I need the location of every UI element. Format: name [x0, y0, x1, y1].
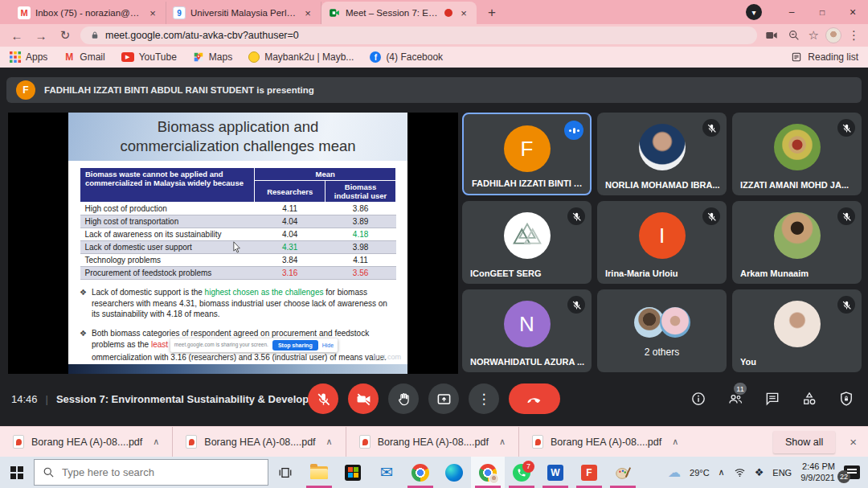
end-call-button[interactable] [509, 383, 560, 414]
windows-taskbar: ✉ 7 W F ☁ 29°C ∧ ❖ ENG 2:46 PM9/9/2021 2… [0, 457, 868, 488]
row-value: 4.04 [255, 228, 326, 241]
zoom-icon[interactable] [786, 27, 802, 43]
task-view-button[interactable] [268, 457, 302, 488]
stop-sharing-button[interactable]: Stop sharing [272, 340, 318, 351]
taskbar-chrome[interactable] [403, 457, 437, 488]
minimize-button[interactable]: – [776, 0, 807, 24]
tab-calendar[interactable]: 9 Universiti Malaysia Perlis – Calen × [166, 2, 321, 24]
tray-expand-icon[interactable]: ∧ [719, 467, 725, 478]
time-label: 2:46 PM [802, 461, 835, 471]
row-value: 4.18 [326, 228, 396, 241]
group-avatars [634, 307, 690, 338]
activities-button[interactable] [800, 390, 818, 408]
participant-tile-irina[interactable]: I Irina-Maria Urloiu [597, 201, 727, 284]
bookmark-star-icon[interactable]: ☆ [809, 28, 819, 43]
wifi-icon[interactable] [734, 466, 746, 478]
pdf-reader-icon: F [581, 465, 597, 481]
profile-avatar[interactable] [825, 27, 841, 43]
host-controls-button[interactable] [837, 390, 855, 408]
chevron-up-icon[interactable]: ∧ [499, 437, 506, 447]
system-tray: ☁ 29°C ∧ ❖ ENG 2:46 PM9/9/2021 22 [668, 461, 868, 484]
close-downloads-bar-icon[interactable]: × [850, 435, 857, 449]
show-all-downloads-button[interactable]: Show all [773, 431, 835, 453]
bookmark-facebook[interactable]: f(4) Facebook [370, 51, 443, 63]
taskbar-paint[interactable] [606, 457, 640, 488]
taskbar-microsoft-store[interactable] [336, 457, 370, 488]
table-row: Procurement of feedstock problems3.163.5… [80, 267, 396, 280]
raise-hand-button[interactable] [388, 383, 419, 414]
tab-close-icon[interactable]: × [457, 7, 470, 19]
lock-icon [90, 31, 100, 40]
taskbar-mail[interactable]: ✉ [370, 457, 403, 488]
tab-close-icon[interactable]: × [301, 7, 314, 19]
new-tab-button[interactable]: + [481, 2, 502, 23]
notification-badge: 22 [837, 470, 850, 483]
maximize-button[interactable]: □ [807, 0, 837, 24]
participant-tile-arkam[interactable]: Arkam Munaaim [732, 201, 862, 284]
participant-tile-fadhilah[interactable]: F FADHILAH IZZATI BINTI A... [462, 113, 592, 195]
participants-button[interactable]: 11 [727, 390, 744, 408]
mic-muted-button[interactable] [308, 383, 338, 414]
url-text[interactable]: meet.google.com/atu-avka-cbv?authuser=0 [105, 30, 299, 41]
mouse-cursor [233, 241, 241, 253]
reload-button[interactable]: ↻ [56, 28, 74, 43]
chevron-up-icon[interactable]: ∧ [326, 437, 333, 447]
row-value: 3.16 [255, 267, 326, 280]
clock[interactable]: 2:46 PM9/9/2021 [800, 461, 835, 484]
downloads-bar: Borang HEA (A)-08....pdf∧ Borang HEA (A)… [0, 426, 868, 457]
chat-button[interactable] [764, 390, 781, 408]
participant-tile-icongeet[interactable]: IConGEET SERG [462, 201, 592, 284]
bookmarks-bar: Apps MGmail ▶YouTube Maps Maybank2u | Ma… [0, 47, 868, 68]
table-header-row: Biomass waste cannot be applied and comm… [80, 168, 396, 181]
taskbar-search[interactable] [34, 459, 268, 486]
hide-share-banner-button[interactable]: Hide [322, 342, 334, 349]
tab-close-icon[interactable]: × [146, 7, 159, 19]
action-center-icon[interactable]: 22 [844, 465, 860, 479]
mail-icon: ✉ [380, 463, 393, 482]
weather-icon[interactable]: ☁ [668, 465, 681, 480]
back-button[interactable]: ← [8, 29, 26, 43]
tab-meet-active[interactable]: Meet – Session 7: Environme × [321, 2, 477, 24]
language-indicator[interactable]: ENG [772, 468, 792, 478]
bookmark-maybank[interactable]: Maybank2u | Mayb... [248, 51, 354, 63]
download-item[interactable]: Borang HEA (A)-08....pdf∧ [346, 427, 519, 457]
close-window-button[interactable]: × [837, 0, 868, 24]
forward-button[interactable]: → [32, 29, 50, 43]
chevron-up-icon[interactable]: ∧ [153, 437, 159, 447]
participant-tile-you[interactable]: You [732, 289, 862, 372]
bookmark-gmail[interactable]: MGmail [63, 51, 104, 63]
start-button[interactable] [0, 457, 34, 488]
taskbar-edge[interactable] [437, 457, 471, 488]
participant-tile-2-others[interactable]: 2 others [597, 289, 727, 372]
participant-tile-izzati[interactable]: IZZATI AMANI MOHD JA... [732, 113, 862, 195]
browser-menu-icon[interactable]: ⋮ [848, 28, 860, 43]
tab-gmail-inbox[interactable]: M Inbox (75) - norazian@unimap.e × [11, 2, 166, 24]
bookmark-apps[interactable]: Apps [10, 51, 47, 63]
taskbar-whatsapp[interactable]: 7 [505, 457, 538, 488]
chevron-up-icon[interactable]: ∧ [672, 437, 678, 447]
present-screen-button[interactable] [428, 383, 459, 414]
participant-tile-norlia[interactable]: NORLIA MOHAMAD IBRA... [597, 113, 727, 195]
meeting-details-button[interactable] [690, 390, 707, 408]
taskbar-pdf-reader[interactable]: F [572, 457, 606, 488]
download-item[interactable]: Borang HEA (A)-08....pdf∧ [173, 427, 346, 457]
reading-list-button[interactable]: Reading list [791, 51, 858, 63]
address-bar[interactable]: meet.google.com/atu-avka-cbv?authuser=0 [80, 27, 757, 44]
download-item[interactable]: Borang HEA (A)-08....pdf∧ [0, 427, 173, 457]
tab-title: Inbox (75) - norazian@unimap.e [35, 8, 141, 18]
camera-in-use-icon[interactable] [764, 27, 780, 43]
bookmark-maps[interactable]: Maps [193, 51, 232, 63]
taskbar-file-explorer[interactable] [302, 457, 336, 488]
taskbar-word[interactable]: W [538, 457, 572, 488]
bookmark-youtube[interactable]: ▶YouTube [121, 51, 177, 63]
download-item[interactable]: Borang HEA (A)-08....pdf∧ [519, 427, 691, 457]
search-input[interactable] [62, 466, 239, 478]
more-options-button[interactable]: ⋮ [469, 383, 499, 414]
table-header-cell: Researchers [255, 181, 326, 203]
participant-tile-norwahidatul[interactable]: N NORWAHIDATUL AZURA ... [462, 289, 592, 372]
dropbox-icon[interactable]: ❖ [755, 466, 764, 478]
temperature-label[interactable]: 29°C [690, 468, 710, 478]
camera-off-button[interactable] [348, 383, 379, 414]
taskbar-chrome-profile-active[interactable] [471, 457, 505, 488]
media-controls-button[interactable]: ▾ [746, 4, 762, 20]
